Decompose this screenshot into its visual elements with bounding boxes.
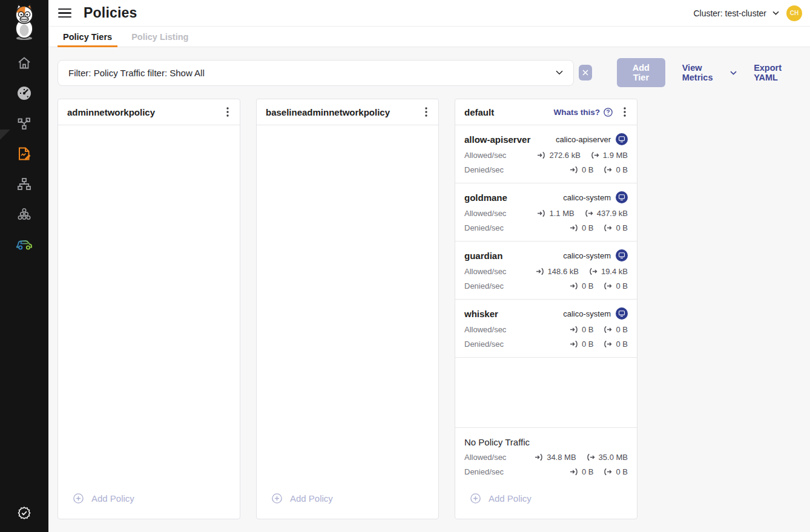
denied-label: Denied/sec bbox=[464, 467, 504, 476]
allowed-label: Allowed/sec bbox=[464, 325, 506, 334]
allowed-in-value: 1.1 MB bbox=[549, 209, 574, 218]
no-policy-traffic-card: No Policy Traffic Allowed/sec 34.8 MB 35… bbox=[455, 427, 637, 481]
egress-arrow-icon bbox=[604, 224, 612, 232]
allowed-out-value: 19.4 kB bbox=[601, 267, 628, 276]
policy-card-whisker[interactable]: whisker calico-system Allowed/sec 0 B 0 … bbox=[455, 300, 637, 358]
plus-circle-icon bbox=[73, 493, 84, 504]
allowed-in-value: 272.6 kB bbox=[549, 151, 580, 160]
tier-title: default bbox=[464, 107, 494, 117]
gauge-icon bbox=[16, 85, 32, 101]
clear-filter-button[interactable] bbox=[579, 65, 592, 80]
cluster-selector[interactable]: Cluster: test-cluster bbox=[693, 8, 779, 18]
denied-in-value: 0 B bbox=[582, 223, 594, 232]
kebab-menu-icon[interactable] bbox=[221, 105, 234, 119]
denied-out-value: 0 B bbox=[616, 281, 628, 291]
tier-column-default: default Whats this? allow-apise bbox=[455, 99, 637, 519]
badge-check-icon bbox=[16, 506, 32, 522]
ingress-arrow-icon bbox=[570, 166, 578, 174]
car-icon bbox=[16, 237, 33, 252]
home-icon bbox=[17, 56, 31, 70]
add-tier-button[interactable]: Add Tier bbox=[617, 58, 665, 87]
whats-this-link[interactable]: Whats this? bbox=[554, 108, 613, 117]
ingress-arrow-icon bbox=[537, 151, 545, 159]
export-yaml-link[interactable]: Export YAML bbox=[754, 63, 800, 82]
add-policy-button[interactable]: Add Policy bbox=[58, 485, 240, 511]
no-policy-traffic-title: No Policy Traffic bbox=[464, 437, 530, 447]
chevron-down-icon bbox=[556, 70, 563, 75]
policy-namespace: calico-apiserver bbox=[556, 135, 611, 144]
namespace-badge-icon bbox=[616, 191, 628, 203]
policy-name: allow-apiserver bbox=[464, 134, 530, 145]
chevron-down-icon bbox=[730, 71, 737, 75]
allowed-in-value: 34.8 MB bbox=[547, 453, 576, 462]
sidebar-item-policies[interactable] bbox=[16, 146, 32, 162]
view-metrics-dropdown[interactable]: View Metrics bbox=[682, 63, 737, 82]
kebab-menu-icon[interactable] bbox=[420, 105, 433, 119]
allowed-label: Allowed/sec bbox=[464, 453, 506, 462]
allowed-label: Allowed/sec bbox=[464, 209, 506, 218]
avatar[interactable]: CH bbox=[786, 5, 802, 21]
policy-namespace: calico-system bbox=[563, 193, 611, 202]
namespace-badge-icon bbox=[616, 249, 628, 261]
denied-label: Denied/sec bbox=[464, 340, 504, 349]
allowed-out-value: 437.9 kB bbox=[597, 209, 628, 218]
egress-arrow-icon bbox=[604, 340, 612, 348]
sidebar-item-service-graph[interactable] bbox=[16, 116, 32, 131]
add-policy-label: Add Policy bbox=[91, 493, 134, 504]
top-bar: Policies Cluster: test-cluster CH bbox=[48, 0, 810, 27]
egress-arrow-icon bbox=[591, 151, 599, 159]
sidebar-item-compliance[interactable] bbox=[16, 506, 32, 522]
help-circle-icon bbox=[604, 108, 613, 117]
view-metrics-label: View Metrics bbox=[682, 63, 725, 82]
policy-traffic-filter-select[interactable]: Filter: Policy Traffic filter: Show All bbox=[58, 60, 574, 86]
denied-in-value: 0 B bbox=[582, 165, 594, 174]
policy-card-guardian[interactable]: guardian calico-system Allowed/sec 148.6… bbox=[455, 241, 637, 300]
chevron-down-icon bbox=[772, 11, 779, 15]
policy-name: whisker bbox=[464, 309, 498, 319]
tab-bar: Policy Tiers Policy Listing bbox=[48, 27, 810, 47]
egress-arrow-icon bbox=[587, 453, 595, 461]
add-policy-label: Add Policy bbox=[290, 493, 333, 504]
denied-in-value: 0 B bbox=[582, 340, 594, 349]
ingress-arrow-icon bbox=[570, 224, 578, 232]
tier-column-baselineadminnetworkpolicy: baselineadminnetworkpolicy Add Policy bbox=[256, 99, 439, 519]
denied-label: Denied/sec bbox=[464, 281, 504, 291]
hamburger-menu-icon[interactable] bbox=[58, 7, 71, 20]
policy-card-goldmane[interactable]: goldmane calico-system Allowed/sec 1.1 M… bbox=[455, 183, 637, 241]
sidebar-item-network[interactable] bbox=[16, 176, 32, 192]
tab-policy-tiers[interactable]: Policy Tiers bbox=[58, 27, 117, 47]
egress-arrow-icon bbox=[585, 209, 593, 217]
tab-policy-listing[interactable]: Policy Listing bbox=[126, 27, 194, 47]
add-policy-button[interactable]: Add Policy bbox=[257, 485, 438, 511]
allowed-in-value: 0 B bbox=[582, 325, 594, 334]
policy-namespace: calico-system bbox=[563, 251, 611, 260]
tier-column-adminnetworkpolicy: adminnetworkpolicy Add Policy bbox=[58, 99, 240, 519]
sidebar-item-car[interactable] bbox=[16, 237, 32, 252]
close-icon bbox=[582, 70, 588, 76]
denied-in-value: 0 B bbox=[582, 281, 594, 291]
ingress-arrow-icon bbox=[570, 326, 578, 333]
edit-document-icon bbox=[16, 146, 32, 162]
filter-value: Filter: Policy Traffic filter: Show All bbox=[68, 68, 205, 78]
sidebar-item-dashboard[interactable] bbox=[16, 85, 32, 101]
allowed-label: Allowed/sec bbox=[464, 151, 506, 160]
denied-out-value: 0 B bbox=[616, 223, 628, 232]
egress-arrow-icon bbox=[604, 468, 612, 476]
main-area: Policies Cluster: test-cluster CH Policy… bbox=[48, 0, 810, 532]
calico-cat-logo[interactable] bbox=[7, 3, 41, 43]
add-policy-label: Add Policy bbox=[489, 493, 532, 504]
add-policy-button[interactable]: Add Policy bbox=[455, 485, 637, 511]
denied-label: Denied/sec bbox=[464, 165, 504, 174]
toolbar: Filter: Policy Traffic filter: Show All … bbox=[48, 47, 810, 87]
denied-in-value: 0 B bbox=[582, 467, 594, 476]
sidebar-item-clusters[interactable] bbox=[16, 206, 32, 222]
policy-card-allow-apiserver[interactable]: allow-apiserver calico-apiserver Allowed… bbox=[455, 125, 637, 183]
allowed-in-value: 148.6 kB bbox=[548, 267, 579, 276]
whats-this-label: Whats this? bbox=[554, 108, 601, 117]
kebab-menu-icon[interactable] bbox=[618, 105, 631, 119]
allowed-out-value: 1.9 MB bbox=[603, 151, 628, 160]
cluster-nodes-icon bbox=[17, 207, 31, 222]
sidebar-item-home[interactable] bbox=[16, 55, 32, 71]
egress-arrow-icon bbox=[604, 166, 612, 174]
denied-out-value: 0 B bbox=[616, 467, 628, 476]
